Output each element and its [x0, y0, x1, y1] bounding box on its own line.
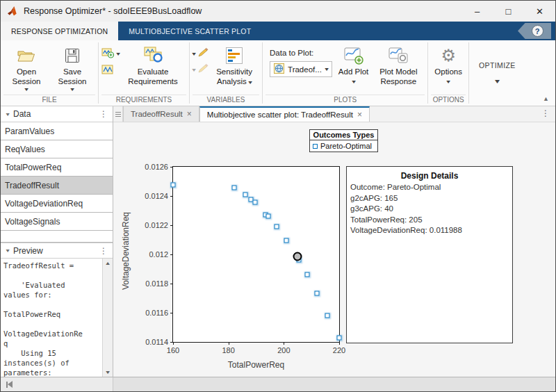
sensitivity-analysis-button[interactable]: Sensitivity Analysis ▾ [209, 43, 259, 87]
scatter-point[interactable] [243, 192, 247, 197]
scatter-point[interactable] [305, 272, 310, 277]
help-button[interactable]: ? [518, 23, 551, 39]
section-file: Open Session ▾ Save Session ▾ [1, 40, 98, 106]
tab-response-optimization[interactable]: RESPONSE OPTIMIZATION [1, 22, 118, 40]
scroll-up-icon[interactable]: ▴ [106, 260, 110, 266]
title-bar: Response Optimizer* - sdoIEEE9BusLoadflo… [1, 1, 555, 22]
plot-legend[interactable]: Outcomes Types Pareto-Optimal [309, 129, 378, 152]
add-plot-icon [343, 44, 364, 67]
doc-tab[interactable]: TradeoffResult× [123, 106, 199, 122]
scatter-point[interactable] [266, 213, 271, 218]
new-requirement-icon[interactable] [101, 47, 115, 61]
tab-multiobjective-scatter-plot[interactable]: MULTIOBJECTIVE SCATTER PLOT [118, 22, 261, 40]
section-options: ⚙ Options ▾ OPTIONS [428, 40, 468, 106]
preview-text: TradeoffResult = 'Evaluated values for: … [1, 259, 102, 377]
options-button[interactable]: ⚙ Options ▾ [431, 43, 466, 85]
scatter-point[interactable] [325, 313, 330, 318]
scatter-point[interactable] [252, 200, 257, 205]
doc-tab[interactable]: Multiobjective scatter plot: TradeoffRes… [199, 106, 370, 122]
question-icon: ? [532, 25, 543, 37]
data-item-TradeoffResult[interactable]: TradeoffResult [1, 177, 113, 195]
x-axis-label: TotalPowerReq [172, 360, 340, 370]
selected-point-highlight[interactable] [293, 252, 302, 261]
preview-panel-header: ▾ Preview ⋮ [1, 243, 113, 259]
plot-model-response-icon [388, 44, 409, 67]
chevron-down-icon[interactable]: ▾ [192, 67, 196, 73]
y-tick-mark [170, 284, 173, 284]
left-panel: ▾ Data ⋮ ParamValuesReqValuesTotalPowerR… [1, 106, 113, 377]
edit-pencil-icon[interactable] [197, 47, 209, 60]
optimize-button[interactable]: OPTIMIZE ▾ [469, 40, 525, 106]
options-label: Options [434, 67, 462, 76]
y-tick-label: 0.0122 [145, 221, 168, 229]
requirement-signal-icon[interactable] [101, 64, 115, 78]
data-item-ParamValues[interactable]: ParamValues [1, 122, 113, 140]
chevron-down-icon[interactable]: ▾ [192, 51, 196, 57]
details-line: VoltageDeviationReq: 0.011988 [347, 225, 512, 236]
scroll-down-icon[interactable]: ▾ [106, 369, 110, 375]
save-session-label: Save Session [53, 67, 92, 87]
details-line: g3cAPG: 40 [347, 204, 512, 215]
save-session-button[interactable]: Save Session ▾ [49, 43, 95, 92]
y-tick-label: 0.0114 [145, 338, 168, 346]
preview-scrollbar[interactable]: ▴ ▾ [102, 259, 113, 377]
evaluate-requirements-button[interactable]: Evaluate Requirements [120, 43, 186, 87]
close-icon[interactable]: ✕ [524, 1, 555, 22]
preview-panel-title: Preview [13, 246, 99, 256]
chevron-down-icon[interactable]: ▾ [116, 51, 120, 57]
data-item-VoltageSignals[interactable]: VoltageSignals [1, 213, 113, 231]
close-icon[interactable]: × [357, 110, 362, 120]
preview-content: TradeoffResult = 'Evaluated values for: … [1, 259, 113, 377]
minimize-icon[interactable]: – [461, 1, 493, 22]
scatter-point[interactable] [315, 291, 320, 296]
kebab-menu-icon[interactable]: ⋮ [541, 108, 550, 118]
scatter-point[interactable] [337, 336, 342, 341]
x-tick-mark [173, 342, 174, 345]
chevron-down-icon: ▾ [24, 87, 28, 92]
open-session-button[interactable]: Open Session ▾ [3, 43, 49, 92]
y-tick-label: 0.0118 [145, 279, 168, 288]
plot-model-response-button[interactable]: Plot Model Response [372, 43, 425, 87]
y-tick-mark [170, 196, 173, 197]
scatter-point[interactable] [284, 238, 289, 243]
skip-to-start-icon[interactable] [6, 381, 13, 388]
data-item-TotalPowerReq[interactable]: TotalPowerReq [1, 158, 113, 177]
data-to-plot-dropdown[interactable]: Tradeof... ▾ [270, 61, 332, 77]
data-panel-title: Data [13, 109, 99, 119]
minimize-ribbon-icon[interactable]: ▲ [543, 95, 549, 102]
maximize-icon[interactable]: □ [493, 1, 524, 22]
y-tick-label: 0.0126 [145, 163, 168, 171]
data-item-VoltageDeviationReq[interactable]: VoltageDeviationReq [1, 195, 113, 213]
kebab-menu-icon[interactable]: ⋮ [99, 246, 108, 256]
app-window: Response Optimizer* - sdoIEEE9BusLoadflo… [0, 0, 556, 392]
kebab-menu-icon[interactable]: ⋮ [99, 109, 108, 119]
design-details-title: Design Details [347, 171, 512, 181]
details-lines: Outcome: Pareto-Optimalg2cAPG: 165g3cAPG… [347, 182, 512, 236]
collapse-caret-icon[interactable]: ▾ [6, 111, 9, 117]
tab-strip-grip[interactable] [113, 106, 123, 122]
close-icon[interactable]: × [187, 109, 192, 119]
data-item-empty[interactable] [1, 231, 113, 243]
scatter-point[interactable] [231, 186, 236, 190]
y-tick-label: 0.0124 [145, 192, 168, 200]
data-item-ReqValues[interactable]: ReqValues [1, 140, 113, 158]
y-tick-label: 0.0116 [145, 309, 168, 317]
doc-tab-label: Multiobjective scatter plot: TradeoffRes… [207, 111, 353, 119]
chevron-down-icon: ▾ [70, 87, 74, 92]
plot-area[interactable]: 1601802002200.01140.01160.01180.0120.012… [172, 166, 340, 343]
plot-canvas: Outcomes Types Pareto-Optimal 1601802002… [113, 122, 555, 377]
data-to-plot-value: Tradeof... [288, 65, 322, 74]
doc-tab-strip: TradeoffResult×Multiobjective scatter pl… [113, 106, 555, 122]
sensitivity-analysis-icon [225, 44, 243, 67]
legend-title: Outcomes Types [310, 130, 377, 140]
collapse-caret-icon[interactable]: ▾ [6, 247, 9, 254]
scatter-point[interactable] [275, 224, 279, 229]
add-plot-button[interactable]: Add Plot ▾ [335, 43, 372, 85]
legend-item[interactable]: Pareto-Optimal [310, 140, 377, 152]
window-title: Response Optimizer* - sdoIEEE9BusLoadflo… [24, 6, 461, 16]
chevron-down-icon: ▾ [446, 79, 450, 85]
scatter-point[interactable] [171, 183, 176, 188]
x-tick-mark [284, 342, 284, 345]
main-body: ▾ Data ⋮ ParamValuesReqValuesTotalPowerR… [1, 106, 555, 377]
data-list: ParamValuesReqValuesTotalPowerReqTradeof… [1, 122, 113, 243]
